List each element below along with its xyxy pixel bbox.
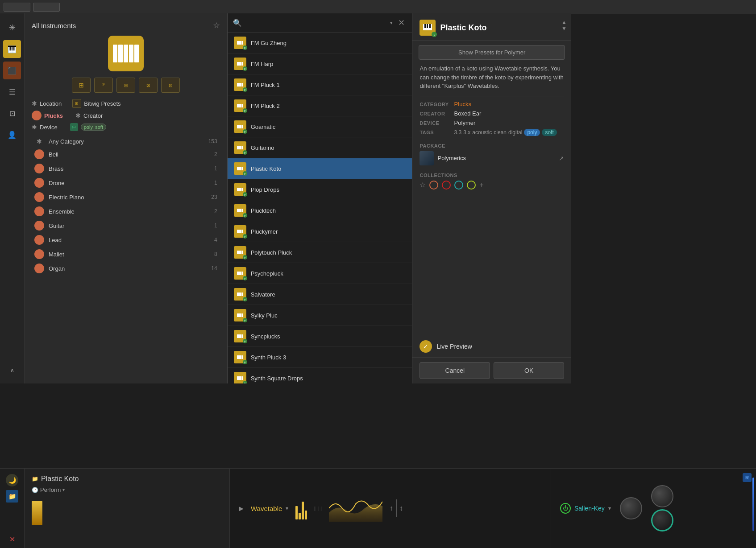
sidebar-icon-collapse[interactable]: ∧ [3, 361, 21, 379]
collection-add-icon[interactable]: + [479, 181, 483, 189]
package-row: Polymerics ↗ [420, 151, 564, 165]
bottom-perform-row: 🕐 Perform ▾ [32, 486, 222, 493]
preset-item-icon: p [234, 246, 246, 259]
search-close-button[interactable]: ✕ [396, 18, 407, 28]
filter-location[interactable]: ✱ Location [32, 100, 62, 107]
sidebar-icon-asterisk[interactable]: ✳ [3, 19, 21, 37]
knob-cutoff[interactable] [651, 509, 673, 532]
cat-icon-bass[interactable]: 𝄢 [94, 78, 113, 93]
preset-icon-keys [237, 146, 243, 149]
sidebar-icon-piano[interactable]: 🎹 [3, 40, 21, 58]
waveform-display [295, 497, 307, 519]
category-item-any[interactable]: ✱ Any Category 153 [32, 136, 220, 147]
collection-circle-yellow[interactable] [467, 181, 476, 190]
level-line-1: | [314, 506, 316, 511]
tag-soft-highlighted[interactable]: soft [542, 129, 557, 136]
list-item-selected[interactable]: p Plastic Koto [228, 158, 412, 179]
down-arrow-icon[interactable]: ↕ [399, 504, 403, 512]
collection-circle-red[interactable] [442, 181, 451, 190]
collections-section: COLLECTIONS ☆ + [412, 170, 571, 194]
cat-icon-drum[interactable]: ⊠ [139, 78, 158, 93]
list-item[interactable]: p Synth Square Drops [228, 368, 412, 383]
drone-count: 1 [214, 180, 217, 186]
up-arrow-icon[interactable]: ↑ [390, 504, 393, 512]
list-item[interactable]: p Plucktech [228, 200, 412, 221]
collection-circle-teal[interactable] [454, 181, 463, 190]
list-item[interactable]: p FM Pluck 1 [228, 74, 412, 95]
show-presets-button[interactable]: Show Presets for Polymer [419, 45, 565, 60]
cat-icon-grid[interactable]: ⊞ [72, 78, 91, 93]
scroll-up-arrow[interactable]: ▲ [561, 20, 567, 25]
sidebar-icon-user[interactable]: 👤 [3, 126, 21, 144]
svg-rect-1 [424, 24, 426, 28]
list-item[interactable]: p Sylky Pluc [228, 305, 412, 326]
category-item-mallet[interactable]: Mallet 8 [32, 247, 220, 261]
preset-icon-keys [237, 355, 243, 359]
menu-button[interactable] [4, 3, 30, 12]
list-item[interactable]: p Guitarino [228, 137, 412, 158]
category-item-drone[interactable]: Drone 1 [32, 176, 220, 190]
list-item[interactable]: p Psychepluck [228, 263, 412, 284]
scroll-down-arrow[interactable]: ▼ [561, 26, 567, 31]
folder-icon[interactable]: 📁 [6, 490, 18, 503]
knob-resonance[interactable] [651, 485, 673, 507]
transport-button[interactable] [33, 3, 60, 12]
filter-bitwig-presets[interactable]: ⊞ Bitwig Presets [72, 99, 120, 108]
filter-plucks[interactable]: Plucks [32, 111, 63, 120]
category-item-ensemble[interactable]: Ensemble 2 [32, 204, 220, 218]
sallen-key-dropdown-icon[interactable]: ▾ [608, 505, 611, 511]
bottom-bar: 🌙 📁 ✕ 📁 Plastic Koto 🕐 Perform ▾ ▶ Wavet… [0, 468, 756, 548]
cat-icon-other[interactable]: ⊡ [161, 78, 180, 93]
category-item-electric-piano[interactable]: Electric Piano 23 [32, 190, 220, 204]
preset-icon-keys [237, 313, 243, 317]
collections-star-icon[interactable]: ☆ [420, 181, 426, 189]
cat-icon-keyboard[interactable]: ⊟ [116, 78, 135, 93]
search-dropdown-icon[interactable]: ▾ [390, 20, 393, 26]
category-item-organ[interactable]: Organ 14 [32, 261, 220, 276]
power-button[interactable]: ⏻ [560, 503, 571, 514]
filter-tags[interactable]: 🏷 poly, soft [70, 123, 106, 131]
favorite-star-icon[interactable]: ☆ [213, 21, 220, 30]
ok-button[interactable]: OK [494, 362, 564, 379]
sidebar-icon-io[interactable]: ⊡ [3, 104, 21, 122]
category-item-bell[interactable]: Bell 2 [32, 147, 220, 161]
polymer-badge: p [243, 171, 247, 176]
ensemble-name: Ensemble [49, 208, 210, 215]
list-item[interactable]: p Goamatic [228, 116, 412, 137]
list-item[interactable]: p FM Gu Zheng [228, 33, 412, 54]
live-preview-check-icon[interactable]: ✓ [420, 340, 432, 353]
all-instruments-title: All Instruments [32, 22, 76, 29]
knob-filter[interactable] [620, 497, 642, 519]
list-item[interactable]: p Syncplucks [228, 326, 412, 347]
list-item[interactable]: p FM Pluck 2 [228, 95, 412, 116]
preset-icon-keys [237, 293, 243, 296]
tag-poly-highlighted[interactable]: poly [524, 129, 540, 136]
category-item-lead[interactable]: Lead 4 [32, 233, 220, 247]
external-link-icon[interactable]: ↗ [559, 155, 564, 162]
play-icon[interactable]: ▶ [239, 505, 244, 512]
list-item[interactable]: p Polytouch Pluck [228, 242, 412, 263]
category-item-guitar[interactable]: Guitar 1 [32, 218, 220, 233]
filter-device[interactable]: ✱ Device [32, 124, 58, 131]
list-item[interactable]: p Salvatore [228, 284, 412, 305]
list-item[interactable]: p FM Harp [228, 54, 412, 74]
list-item[interactable]: p Synth Pluck 3 [228, 347, 412, 368]
ep-count: 23 [211, 194, 217, 200]
cancel-button[interactable]: Cancel [420, 362, 490, 379]
moon-icon[interactable]: 🌙 [6, 474, 18, 486]
category-item-brass[interactable]: Brass 1 [32, 161, 220, 176]
search-input[interactable] [245, 19, 388, 26]
list-item[interactable]: p Pluckymer [228, 221, 412, 242]
wavetable-label-row: Wavetable ▾ [251, 505, 288, 512]
perform-dropdown-icon[interactable]: ▾ [62, 487, 65, 492]
organ-count: 14 [211, 265, 217, 272]
wavetable-dropdown-icon[interactable]: ▾ [286, 505, 288, 511]
filter-creator[interactable]: ✱ Creator [75, 112, 103, 119]
sidebar-icon-list[interactable]: ☰ [3, 83, 21, 101]
close-x-icon[interactable]: ✕ [9, 535, 15, 544]
preset-list: p FM Gu Zheng p FM Harp p FM Pluck 1 [228, 33, 412, 383]
sidebar-icon-effects[interactable]: ⬛ [3, 62, 21, 79]
package-thumb-bg [420, 151, 434, 165]
list-item[interactable]: p Plop Drops [228, 179, 412, 200]
collection-circle-orange[interactable] [429, 181, 438, 190]
